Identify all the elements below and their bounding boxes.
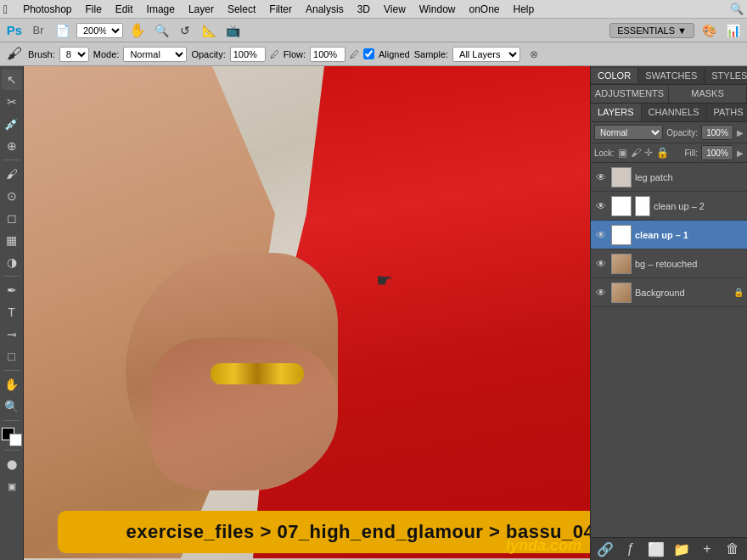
menu-layer[interactable]: Layer	[182, 2, 221, 17]
layer-opacity-input[interactable]	[701, 125, 733, 140]
zoom-select[interactable]: 200%100%50%	[76, 23, 123, 38]
dodge-tool[interactable]: ◑	[2, 252, 22, 272]
menu-photoshop[interactable]: Photoshop	[16, 2, 78, 17]
link-layers-button[interactable]: 🔗	[594, 540, 616, 557]
panel-icons-right[interactable]: 📊	[723, 21, 742, 40]
opacity-pressure-icon[interactable]: 🖊	[270, 49, 279, 59]
menu-view[interactable]: View	[377, 2, 413, 17]
right-panel: COLOR SWATCHES STYLES ≡ ADJUSTMENTS MASK…	[590, 66, 747, 560]
layers-panel-tabs: LAYERS CHANNELS PATHS ≡	[591, 104, 747, 122]
lock-pixels-icon[interactable]: 🖌	[631, 147, 641, 159]
tab-paths[interactable]: PATHS	[707, 104, 748, 121]
layer-fill-input[interactable]	[701, 145, 733, 160]
clone-tool[interactable]: ⊙	[2, 186, 22, 206]
gradient-tool[interactable]: ▦	[2, 230, 22, 250]
layer-thumbnail	[611, 196, 632, 216]
sample-select[interactable]: All LayersCurrent Layer	[452, 47, 520, 62]
lock-position-icon[interactable]: ✛	[644, 147, 653, 159]
layer-row[interactable]: 👁 Background 🔒	[591, 278, 747, 307]
add-mask-button[interactable]: ⬜	[645, 540, 667, 557]
lynda-watermark: lynda.com	[506, 537, 581, 555]
menu-help[interactable]: Help	[507, 2, 542, 17]
zoom-tool[interactable]: 🔍	[2, 396, 22, 417]
lock-transparent-icon[interactable]: ▣	[618, 147, 627, 159]
add-style-button[interactable]: ƒ	[620, 540, 642, 557]
opacity-arrow[interactable]: ▶	[737, 128, 744, 137]
foreground-background-colors[interactable]	[2, 428, 22, 446]
mode-label: Mode:	[93, 49, 120, 59]
layer-row[interactable]: 👁 clean up – 1	[591, 221, 747, 249]
eyedropper-tool[interactable]: 💉	[2, 114, 22, 134]
ignore-adjust-icon[interactable]: ⊗	[525, 45, 543, 64]
menu-image[interactable]: Image	[140, 2, 182, 17]
selection-tool[interactable]: ↖	[2, 70, 22, 90]
healing-tool[interactable]: ⊕	[2, 136, 22, 156]
panel-icons-left[interactable]: 🎨	[699, 21, 718, 40]
layer-thumbnail	[611, 225, 632, 245]
brush-tool[interactable]: 🖌	[2, 164, 22, 184]
menu-3d[interactable]: 3D	[351, 2, 377, 17]
tab-styles[interactable]: STYLES	[705, 68, 747, 83]
layer-visibility-toggle[interactable]: 👁	[594, 171, 608, 184]
toolbar-divider-4	[3, 420, 20, 421]
zoom-tool-icon[interactable]: 🔍	[152, 21, 171, 40]
hand-tool[interactable]: ✋	[2, 374, 22, 395]
bridge-icon[interactable]: Br	[29, 21, 48, 40]
layer-visibility-toggle[interactable]: 👁	[594, 228, 608, 242]
tab-color[interactable]: COLOR	[591, 68, 638, 83]
menu-edit[interactable]: Edit	[109, 2, 140, 17]
new-layer-button[interactable]: +	[696, 540, 718, 557]
menu-onone[interactable]: onOne	[462, 2, 506, 17]
menu-select[interactable]: Select	[221, 2, 262, 17]
pen-tool[interactable]: ✒	[2, 280, 22, 300]
menu-file[interactable]: File	[79, 2, 109, 17]
layer-row[interactable]: 👁 leg patch	[591, 163, 747, 192]
path-select-tool[interactable]: ⊸	[2, 324, 22, 344]
main-area: ↖ ✂ 💉 ⊕ 🖌 ⊙ ◻ ▦ ◑ ✒ T ⊸ □ ✋ 🔍 ⬤ ▣	[0, 66, 747, 560]
lock-all-icon[interactable]: 🔒	[656, 147, 669, 159]
view-mode-icon[interactable]: 📐	[199, 21, 218, 40]
layer-row[interactable]: 👁 bg – retouched	[591, 249, 747, 278]
new-group-button[interactable]: 📁	[671, 540, 693, 557]
crop-tool[interactable]: ✂	[2, 92, 22, 112]
layer-visibility-toggle[interactable]: 👁	[594, 199, 608, 213]
flow-input[interactable]	[310, 47, 345, 62]
background-color[interactable]	[9, 434, 22, 446]
tab-masks[interactable]: MASKS	[669, 85, 747, 103]
menu-filter[interactable]: Filter	[262, 2, 299, 17]
layer-row[interactable]: 👁 clean up – 2	[591, 192, 747, 221]
hand-tool-icon[interactable]: ✋	[128, 21, 147, 40]
eraser-tool[interactable]: ◻	[2, 208, 22, 228]
fill-arrow[interactable]: ▶	[737, 148, 744, 158]
rotate-icon[interactable]: ↺	[176, 21, 194, 40]
aligned-checkbox[interactable]	[363, 48, 374, 59]
brush-size-select[interactable]: 81632	[59, 47, 89, 62]
type-tool[interactable]: T	[2, 302, 22, 322]
screen-mode-tool[interactable]: ▣	[2, 476, 22, 496]
tool-preset-icon[interactable]: 🖌	[5, 45, 24, 64]
search-icon[interactable]: 🔍	[730, 3, 744, 15]
essentials-button[interactable]: ESSENTIALS ▼	[609, 23, 694, 38]
flow-pressure-icon[interactable]: 🖊	[350, 49, 359, 59]
opacity-input[interactable]	[230, 47, 266, 62]
tab-swatches[interactable]: SWATCHES	[638, 68, 705, 83]
layer-visibility-toggle[interactable]: 👁	[594, 286, 608, 300]
menu-window[interactable]: Window	[413, 2, 463, 17]
apple-logo[interactable]: 	[3, 3, 8, 16]
tab-layers[interactable]: LAYERS	[591, 104, 642, 121]
toolbar-divider-3	[3, 370, 20, 371]
tab-adjustments[interactable]: ADJUSTMENTS	[591, 85, 669, 103]
menu-analysis[interactable]: Analysis	[299, 2, 351, 17]
tab-channels[interactable]: CHANNELS	[642, 104, 707, 121]
doc-icon[interactable]: 📄	[53, 21, 71, 40]
shape-tool[interactable]: □	[2, 346, 22, 367]
screen-mode-icon[interactable]: 📺	[223, 21, 242, 40]
delete-layer-button[interactable]: 🗑	[722, 540, 744, 557]
adjustments-row: ADJUSTMENTS MASKS	[591, 85, 747, 104]
lock-row: Lock: ▣ 🖌 ✛ 🔒 Fill: ▶	[591, 143, 747, 163]
layer-visibility-toggle[interactable]: 👁	[594, 257, 608, 271]
layer-blend-mode[interactable]: NormalMultiplyScreen	[594, 125, 663, 140]
quick-mask-icon[interactable]: ⬤	[2, 454, 22, 474]
toolbar-divider-2	[3, 276, 20, 277]
blend-mode-select[interactable]: NormalMultiplyScreen	[123, 47, 187, 62]
